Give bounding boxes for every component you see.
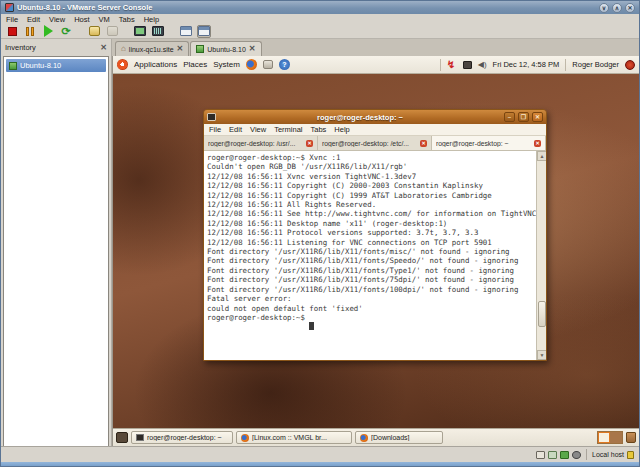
tab-close-icon[interactable]: ✕	[534, 140, 541, 147]
device-harddisk-icon[interactable]	[548, 451, 557, 459]
app-toolbar: ⟳	[1, 24, 639, 39]
vmware-app-icon	[5, 3, 14, 12]
power-on-button[interactable]	[41, 25, 55, 38]
terminal-tab-usr[interactable]: roger@roger-desktop: /usr/... ✕	[204, 136, 318, 150]
terminal-scrollbar[interactable]: ▲ ▼	[536, 151, 546, 360]
terminal-line: 12/12/08 16:56:11 All Rights Reserved.	[207, 200, 534, 209]
inventory-item-label: Ubuntu-8.10	[20, 61, 61, 70]
menu-item[interactable]: Tabs	[119, 15, 135, 24]
terminal-close-icon[interactable]: ✕	[532, 112, 543, 122]
terminal-line: 12/12/08 16:56:11 Copyright (C) 1999 AT&…	[207, 191, 534, 200]
quit-icon[interactable]	[625, 60, 635, 70]
terminal-line: Couldn't open RGB_DB '/usr/X11R6/lib/X11…	[207, 162, 534, 171]
snapshot-button[interactable]	[87, 25, 101, 38]
quick-switch-button[interactable]	[151, 25, 165, 38]
taskbar-window-downloads[interactable]: [Downloads]	[355, 431, 443, 444]
panel-divider	[565, 59, 566, 71]
firefox-launcher-icon[interactable]	[246, 59, 257, 70]
user-switcher[interactable]: Roger Bodger	[572, 60, 619, 69]
workspace-switcher[interactable]	[597, 431, 623, 444]
applications-menu[interactable]: Applications	[134, 60, 177, 69]
terminal-line: Fatal server error:	[207, 294, 534, 303]
summary-view-button[interactable]	[179, 25, 193, 38]
terminal-line: Font directory '/usr/X11R6/lib/X11/fonts…	[207, 275, 534, 284]
system-menu[interactable]: System	[213, 60, 240, 69]
tab-linux-qc1u[interactable]: ⌂ linux-qc1u.site ✕	[115, 41, 189, 56]
menu-item[interactable]: File	[6, 15, 18, 24]
terminal-menu-item[interactable]: Tabs	[311, 125, 327, 134]
terminal-line: Font directory '/usr/X11R6/lib/X11/fonts…	[207, 266, 534, 275]
terminal-line: could not open default font 'fixed'	[207, 304, 534, 313]
inventory-close-icon[interactable]: ✕	[100, 44, 107, 52]
terminal-line: 12/12/08 16:56:11 Xvnc version TightVNC-…	[207, 172, 534, 181]
window-titlebar[interactable]: Ubuntu-8.10 - VMware Server Console ∨ ∧ …	[1, 1, 639, 14]
menu-item[interactable]: Host	[74, 15, 89, 24]
terminal-output-area[interactable]: roger@roger-desktop:~$ Xvnc :1Couldn't o…	[204, 151, 546, 360]
minimize-icon[interactable]: ∨	[599, 3, 609, 13]
terminal-icon	[136, 434, 144, 441]
app-launcher-icon[interactable]	[263, 60, 273, 69]
tab-close-icon[interactable]: ✕	[249, 45, 256, 53]
stop-icon	[8, 27, 17, 36]
vmware-server-console-window: Ubuntu-8.10 - VMware Server Console ∨ ∧ …	[0, 0, 640, 467]
volume-icon[interactable]: ◀)	[478, 60, 487, 69]
ubuntu-logo-icon[interactable]	[117, 59, 128, 70]
maximize-icon[interactable]: ∧	[612, 3, 622, 13]
menu-item[interactable]: Edit	[27, 15, 40, 24]
gnome-bottom-panel: roger@roger-desktop: ~ [Linux.com :: VMG…	[113, 428, 639, 446]
tab-close-icon[interactable]: ✕	[306, 140, 313, 147]
console-view-button[interactable]	[197, 25, 211, 38]
terminal-minimize-icon[interactable]: –	[504, 112, 515, 122]
device-monitor-icon[interactable]	[536, 451, 545, 459]
terminal-maximize-icon[interactable]: ❐	[518, 112, 529, 122]
places-menu[interactable]: Places	[183, 60, 207, 69]
menu-item[interactable]: VM	[99, 15, 110, 24]
terminal-menu-item[interactable]: Edit	[229, 125, 242, 134]
scrollbar-thumb[interactable]	[538, 301, 546, 327]
host-label: Local host	[592, 451, 624, 458]
power-off-button[interactable]	[5, 25, 19, 38]
terminal-titlebar[interactable]: roger@roger-desktop: ~ – ❐ ✕	[204, 110, 546, 124]
menu-item[interactable]: Help	[144, 15, 159, 24]
terminal-tab-etc[interactable]: roger@roger-desktop: /etc/... ✕	[318, 136, 432, 150]
tab-close-icon[interactable]: ✕	[177, 45, 184, 53]
inventory-item-ubuntu[interactable]: Ubuntu-8.10	[6, 59, 106, 72]
fullscreen-button[interactable]	[133, 25, 147, 38]
reset-button[interactable]: ⟳	[59, 25, 73, 38]
menu-item[interactable]: View	[49, 15, 65, 24]
desktop-wallpaper[interactable]: roger@roger-desktop: ~ – ❐ ✕ FileEditVie…	[113, 74, 639, 428]
guest-screen: Applications Places System ? ↯ ◀) Fri De…	[112, 56, 639, 446]
reset-icon: ⟳	[61, 26, 70, 37]
terminal-window: roger@roger-desktop: ~ – ❐ ✕ FileEditVie…	[203, 109, 547, 361]
scroll-down-icon[interactable]: ▼	[537, 350, 546, 360]
firefox-icon	[241, 434, 249, 442]
scroll-up-icon[interactable]: ▲	[537, 151, 546, 161]
help-icon[interactable]: ?	[279, 59, 290, 70]
console-tabbar: ⌂ linux-qc1u.site ✕ Ubuntu-8.10 ✕	[112, 39, 639, 56]
suspend-button[interactable]	[23, 25, 37, 38]
terminal-menu-item[interactable]: File	[209, 125, 221, 134]
taskbar-window-terminal[interactable]: roger@roger-desktop: ~	[131, 431, 233, 444]
terminal-line: roger@roger-desktop:~$	[207, 313, 534, 322]
revert-button[interactable]	[105, 25, 119, 38]
terminal-line: 12/12/08 16:56:11 See http://www.tightvn…	[207, 209, 534, 218]
terminal-line: roger@roger-desktop:~$ Xvnc :1	[207, 153, 534, 162]
update-notifier-icon[interactable]: ↯	[447, 59, 457, 70]
terminal-menubar: FileEditViewTerminalTabsHelp	[204, 124, 546, 136]
clock[interactable]: Fri Dec 12, 4:58 PM	[493, 60, 560, 69]
terminal-tab-home[interactable]: roger@roger-desktop: ~ ✕	[432, 136, 546, 150]
terminal-menu-item[interactable]: Help	[334, 125, 349, 134]
tab-ubuntu-810[interactable]: Ubuntu-8.10 ✕	[190, 41, 261, 56]
taskbar-window-firefox[interactable]: [Linux.com :: VMGL br...	[236, 431, 352, 444]
terminal-menu-item[interactable]: Terminal	[274, 125, 302, 134]
tab-close-icon[interactable]: ✕	[420, 140, 427, 147]
show-desktop-icon[interactable]	[116, 432, 128, 443]
device-cdrom-icon[interactable]	[572, 451, 581, 459]
trash-icon[interactable]	[626, 432, 636, 443]
terminal-menu-item[interactable]: View	[250, 125, 266, 134]
terminal-line: 12/12/08 16:56:11 Copyright (C) 2000-200…	[207, 181, 534, 190]
firefox-icon	[360, 434, 368, 442]
device-network-icon[interactable]	[560, 451, 569, 459]
network-icon[interactable]	[463, 61, 472, 69]
close-icon[interactable]: ✕	[625, 3, 635, 13]
